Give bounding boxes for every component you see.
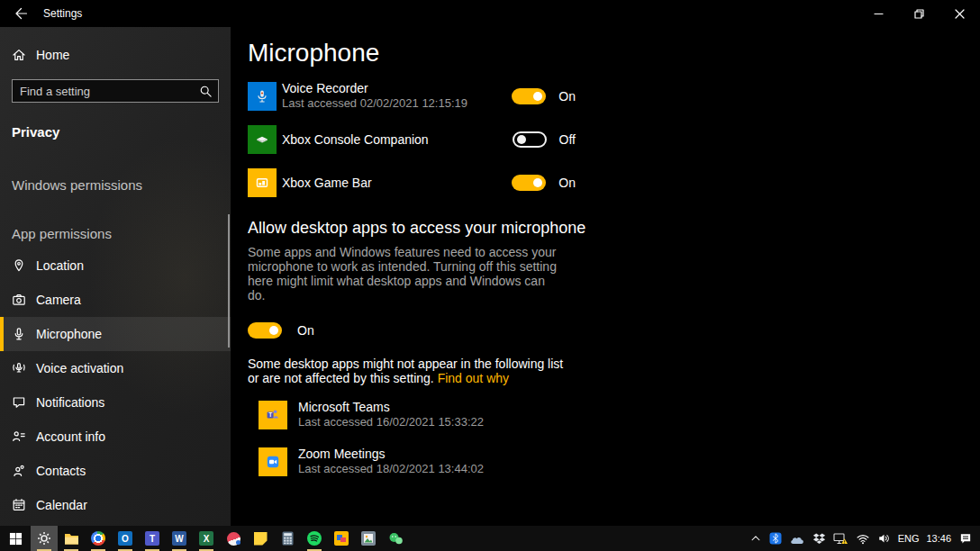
excel-icon: X	[199, 531, 213, 546]
wechat-icon	[388, 532, 404, 546]
voice-activation-icon	[12, 361, 26, 375]
calendar-icon	[12, 498, 26, 512]
sidebar-item-label: Contacts	[36, 464, 86, 478]
start-button[interactable]	[0, 526, 31, 551]
taskbar-photo-editor-button[interactable]	[328, 526, 355, 551]
taskbar-chrome-button[interactable]	[85, 526, 112, 551]
action-center-icon[interactable]	[958, 532, 973, 546]
taskbar-outlook-button[interactable]: O	[112, 526, 139, 551]
file-explorer-icon	[64, 532, 79, 546]
app-name: Xbox Game Bar	[282, 176, 372, 191]
sidebar-item-voice-activation[interactable]: Voice activation	[0, 351, 231, 385]
sidebar-scrollbar[interactable]	[228, 214, 230, 348]
taskbar-spotify-button[interactable]	[301, 526, 328, 551]
notifications-icon	[12, 395, 26, 410]
tray-language-label[interactable]: ENG	[898, 533, 920, 544]
app-name: Voice Recorder	[282, 81, 467, 96]
microsoft-teams-app-icon: T	[259, 401, 287, 429]
minimize-button[interactable]	[858, 0, 899, 27]
search-box[interactable]	[12, 79, 219, 103]
account-info-icon	[12, 429, 26, 444]
sidebar-item-account-info[interactable]: Account info	[0, 420, 231, 454]
sidebar-item-label: Camera	[36, 293, 81, 307]
sidebar-item-microphone[interactable]: Microphone	[0, 317, 231, 351]
chrome-icon	[91, 531, 105, 546]
privacy-heading: Privacy	[12, 124, 231, 140]
windows-start-icon	[9, 532, 23, 546]
tray-dropbox-icon[interactable]	[812, 532, 826, 545]
tray-onedrive-icon[interactable]	[789, 533, 805, 545]
app-name: Xbox Console Companion	[282, 132, 429, 148]
tray-bluetooth-icon[interactable]	[769, 532, 782, 545]
sidebar-item-label: Microphone	[36, 327, 102, 341]
tray-chevron-up-icon[interactable]	[749, 532, 762, 545]
system-tray: ENG 13:46	[749, 526, 980, 551]
taskbar-calculator-button[interactable]	[274, 526, 301, 551]
settings-window: Settings Home Privacy	[0, 0, 980, 526]
desktop-app-row-microsoft-teams: T Microsoft Teams Last accessed 16/02/20…	[259, 400, 980, 429]
taskbar-wechat-button[interactable]	[382, 526, 409, 551]
desktop-apps-note: Some desktop apps might not appear in th…	[248, 357, 568, 385]
toggle-state-label: Off	[559, 132, 576, 147]
sidebar-item-label: Location	[36, 258, 84, 273]
microphone-icon	[12, 327, 26, 341]
taskbar-settings-button[interactable]	[31, 526, 58, 551]
sidebar-item-notifications[interactable]: Notifications	[0, 385, 231, 420]
contacts-icon	[12, 464, 26, 478]
back-arrow-icon	[14, 6, 28, 21]
app-permissions-label: App permissions	[12, 226, 231, 241]
xbox-game-bar-toggle[interactable]	[512, 175, 546, 191]
desktop-apps-master-toggle[interactable]	[248, 322, 282, 339]
taskbar-teams-button[interactable]: T	[139, 526, 166, 551]
app-row-xbox-console-companion: Xbox Console Companion Off	[248, 125, 576, 154]
windows-permissions-label: Windows permissions	[12, 177, 231, 193]
sidebar-item-contacts[interactable]: Contacts	[0, 454, 231, 488]
outlook-icon: O	[118, 531, 132, 546]
toggle-state-label: On	[297, 323, 314, 338]
window-title: Settings	[43, 7, 82, 20]
sidebar-item-camera[interactable]: Camera	[0, 283, 231, 317]
sidebar-item-location[interactable]: Location	[0, 248, 231, 283]
calculator-icon	[281, 531, 295, 546]
restore-button[interactable]	[899, 0, 939, 27]
sidebar-item-label: Account info	[36, 429, 105, 444]
sidebar: Home Privacy Windows permissions App per…	[0, 27, 231, 526]
svg-text:T: T	[268, 411, 272, 418]
media-app-icon	[227, 532, 240, 546]
tray-clock[interactable]: 13:46	[926, 533, 951, 544]
zoom-meetings-app-icon	[259, 447, 287, 476]
tray-volume-icon[interactable]	[877, 532, 891, 545]
app-last-accessed: Last accessed 16/02/2021 15:33:22	[298, 415, 484, 429]
taskbar-excel-button[interactable]: X	[193, 526, 220, 551]
desktop-apps-section-heading: Allow desktop apps to access your microp…	[248, 219, 980, 238]
xbox-console-companion-toggle[interactable]	[513, 131, 547, 148]
find-out-why-link[interactable]: Find out why	[438, 371, 509, 385]
close-button[interactable]	[939, 0, 980, 27]
desktop-app-row-zoom-meetings: Zoom Meetings Last accessed 18/02/2021 1…	[259, 447, 980, 476]
gear-icon	[37, 531, 51, 546]
taskbar-media-app-button[interactable]	[220, 526, 247, 551]
voice-recorder-toggle[interactable]	[512, 88, 546, 104]
taskbar-sticky-notes-button[interactable]	[247, 526, 274, 551]
search-input[interactable]	[13, 85, 218, 98]
taskbar-word-button[interactable]: W	[166, 526, 193, 551]
tray-wifi-icon[interactable]	[856, 533, 870, 545]
app-last-accessed: Last accessed 18/02/2021 13:44:02	[298, 462, 484, 476]
sticky-notes-icon	[254, 532, 268, 546]
back-button[interactable]	[0, 0, 41, 27]
note-text: Some desktop apps might not appear in th…	[248, 357, 563, 385]
tray-device-warning-icon[interactable]	[833, 532, 848, 546]
location-icon	[12, 258, 26, 273]
sidebar-item-home[interactable]: Home	[0, 40, 231, 70]
sidebar-item-label: Notifications	[36, 395, 104, 410]
word-icon: W	[172, 531, 186, 546]
app-row-xbox-game-bar: Xbox Game Bar On	[248, 168, 576, 197]
page-title: Microphone	[248, 38, 980, 68]
app-row-voice-recorder: Voice Recorder Last accessed 02/02/2021 …	[248, 81, 576, 111]
search-icon[interactable]	[199, 85, 213, 98]
master-toggle-row: On	[248, 322, 980, 339]
spotify-icon	[307, 531, 322, 546]
sidebar-item-calendar[interactable]: Calendar	[0, 488, 231, 522]
taskbar-file-explorer-button[interactable]	[58, 526, 85, 551]
taskbar-photos-button[interactable]	[355, 526, 382, 551]
